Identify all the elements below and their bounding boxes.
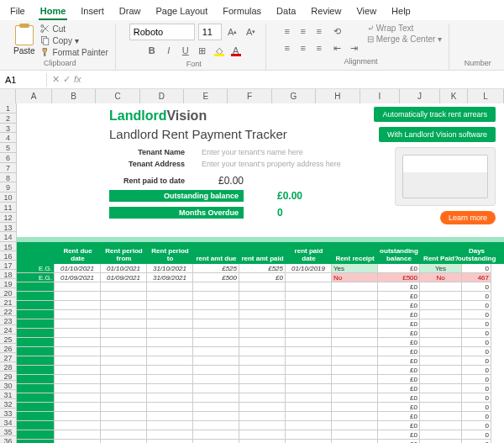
align-middle-button[interactable]: ≡ xyxy=(296,24,311,39)
row-header-7[interactable]: 7 xyxy=(0,163,17,173)
row-header-33[interactable]: 33 xyxy=(0,409,17,418)
table-row[interactable]: E.G.01/10/202101/10/202131/10/2021£525£5… xyxy=(17,264,504,273)
row-header-24[interactable]: 24 xyxy=(0,325,17,335)
row-header-32[interactable]: 32 xyxy=(0,399,17,409)
increase-indent-button[interactable]: ⇥ xyxy=(347,40,362,55)
menu-file[interactable]: File xyxy=(8,3,27,20)
align-center-button[interactable]: ≡ xyxy=(296,40,311,55)
col-header-E[interactable]: E xyxy=(184,89,228,103)
row-header-4[interactable]: 4 xyxy=(0,133,17,143)
row-header-21[interactable]: 21 xyxy=(0,298,17,307)
col-header-L[interactable]: L xyxy=(468,89,504,103)
col-header-B[interactable]: B xyxy=(52,89,96,103)
menu-data[interactable]: Data xyxy=(275,3,297,20)
col-header-K[interactable]: K xyxy=(440,89,468,103)
wrap-text-button[interactable]: ⤶ Wrap Text xyxy=(367,24,443,33)
menu-help[interactable]: Help xyxy=(390,3,412,20)
table-row[interactable]: £00 xyxy=(17,412,504,421)
table-row[interactable]: £00 xyxy=(17,375,504,384)
align-left-button[interactable]: ≡ xyxy=(280,40,295,55)
row-header-28[interactable]: 28 xyxy=(0,362,17,372)
row-header-9[interactable]: 9 xyxy=(0,182,17,192)
row-header-31[interactable]: 31 xyxy=(0,390,17,399)
row-header-25[interactable]: 25 xyxy=(0,335,17,344)
paste-button[interactable]: Paste xyxy=(12,24,37,57)
font-color-button[interactable]: A xyxy=(228,43,244,58)
row-header-15[interactable]: 15 xyxy=(0,242,17,251)
table-row[interactable]: £00 xyxy=(17,301,504,310)
row-header-6[interactable]: 6 xyxy=(0,153,17,163)
table-row[interactable]: £00 xyxy=(17,347,504,356)
promo-button-1[interactable]: Automatically track rent arrears xyxy=(374,107,496,122)
row-header-12[interactable]: 12 xyxy=(0,213,17,223)
italic-button[interactable]: I xyxy=(161,43,176,58)
col-header-D[interactable]: D xyxy=(140,89,184,103)
learn-more-button[interactable]: Learn more xyxy=(440,211,496,224)
row-header-18[interactable]: 18 xyxy=(0,270,17,279)
menu-insert[interactable]: Insert xyxy=(79,3,106,20)
row-header-1[interactable]: 1 xyxy=(0,103,17,113)
table-row[interactable]: £00 xyxy=(17,421,504,430)
menu-page-layout[interactable]: Page Layout xyxy=(154,3,209,20)
table-row[interactable]: £00 xyxy=(17,329,504,338)
row-header-5[interactable]: 5 xyxy=(0,143,17,153)
col-header-F[interactable]: F xyxy=(228,89,271,103)
enter-formula-icon[interactable]: ✓ xyxy=(63,74,71,85)
underline-button[interactable]: U xyxy=(178,43,193,58)
table-row[interactable]: E.G.01/09/202101/09/202131/09/2021£500£0… xyxy=(17,273,504,282)
increase-font-button[interactable]: A▴ xyxy=(225,24,240,40)
table-row[interactable]: £00 xyxy=(17,338,504,347)
table-row[interactable]: £00 xyxy=(17,282,504,292)
font-name-select[interactable] xyxy=(129,24,195,40)
row-header-2[interactable]: 2 xyxy=(0,113,17,124)
table-row[interactable]: £00 xyxy=(17,403,504,412)
row-header-23[interactable]: 23 xyxy=(0,316,17,325)
row-header-29[interactable]: 29 xyxy=(0,372,17,381)
row-header-17[interactable]: 17 xyxy=(0,261,17,270)
row-header-16[interactable]: 16 xyxy=(0,251,17,261)
row-header-26[interactable]: 26 xyxy=(0,344,17,353)
font-size-select[interactable] xyxy=(198,24,222,40)
promo-button-2[interactable]: With Landlord Vision software xyxy=(379,127,496,142)
row-header-22[interactable]: 22 xyxy=(0,307,17,316)
orientation-button[interactable]: ⟲ xyxy=(330,24,345,39)
menu-draw[interactable]: Draw xyxy=(118,3,143,20)
border-button[interactable]: ⊞ xyxy=(195,43,210,58)
menu-home[interactable]: Home xyxy=(39,3,68,20)
table-row[interactable]: £00 xyxy=(17,430,504,440)
row-header-8[interactable]: 8 xyxy=(0,173,17,183)
col-header-A[interactable]: A xyxy=(16,89,52,103)
table-row[interactable]: £00 xyxy=(17,310,504,319)
cut-button[interactable]: Cut xyxy=(40,24,108,34)
col-header-C[interactable]: C xyxy=(96,89,139,103)
align-bottom-button[interactable]: ≡ xyxy=(312,24,327,39)
table-row[interactable]: £00 xyxy=(17,366,504,375)
spreadsheet-grid[interactable]: ABCDEFGHIJKL 123456789101112131415161718… xyxy=(0,89,504,443)
format-painter-button[interactable]: Format Painter xyxy=(40,47,108,57)
row-header-3[interactable]: 3 xyxy=(0,124,17,134)
row-header-13[interactable]: 13 xyxy=(0,223,17,233)
merge-center-button[interactable]: ⊟ Merge & Center ▾ xyxy=(367,34,443,44)
row-header-19[interactable]: 19 xyxy=(0,279,17,288)
row-header-36[interactable]: 36 xyxy=(0,436,17,443)
copy-button[interactable]: Copy ▾ xyxy=(40,35,108,45)
row-header-10[interactable]: 10 xyxy=(0,192,17,203)
cancel-formula-icon[interactable]: ✕ xyxy=(52,74,60,85)
menu-review[interactable]: Review xyxy=(309,3,343,20)
col-header-J[interactable]: J xyxy=(400,89,440,103)
decrease-indent-button[interactable]: ⇤ xyxy=(330,40,345,55)
table-row[interactable]: £00 xyxy=(17,292,504,301)
name-box[interactable] xyxy=(0,73,47,87)
table-row[interactable]: £00 xyxy=(17,440,504,443)
bold-button[interactable]: B xyxy=(144,43,160,58)
row-header-34[interactable]: 34 xyxy=(0,418,17,427)
table-row[interactable]: £00 xyxy=(17,384,504,393)
row-header-20[interactable]: 20 xyxy=(0,288,17,298)
align-right-button[interactable]: ≡ xyxy=(312,40,327,55)
align-top-button[interactable]: ≡ xyxy=(280,24,295,39)
table-row[interactable]: £00 xyxy=(17,356,504,366)
formula-input[interactable] xyxy=(87,73,504,87)
menu-view[interactable]: View xyxy=(354,3,378,20)
col-header-H[interactable]: H xyxy=(316,89,360,103)
row-header-30[interactable]: 30 xyxy=(0,381,17,390)
